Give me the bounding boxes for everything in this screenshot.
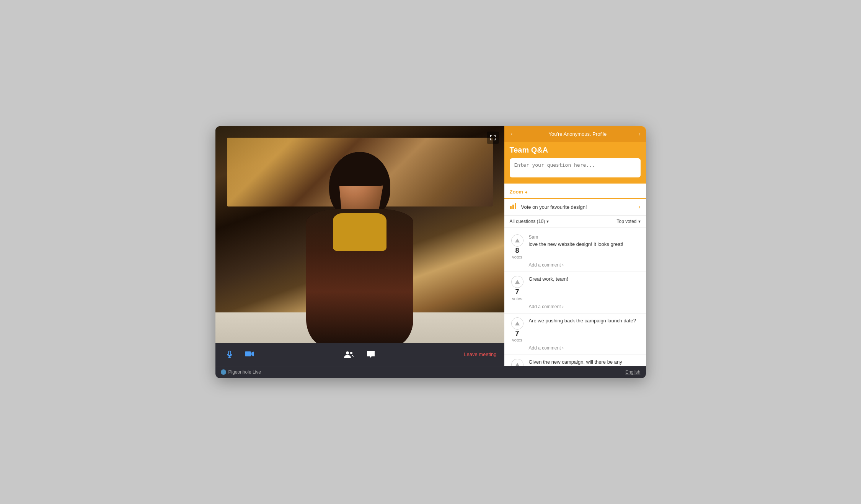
participants-button[interactable] bbox=[342, 348, 356, 361]
question-text: Given the new campaign, will there be an… bbox=[529, 359, 641, 366]
vote-section: 8 votes bbox=[510, 234, 525, 260]
mic-button[interactable] bbox=[223, 348, 236, 361]
qa-sidebar: ← You're Anonymous. Profile › Team Q&A Z… bbox=[504, 126, 646, 366]
svg-marker-9 bbox=[515, 322, 520, 325]
question-text: Great work, team! bbox=[529, 276, 641, 283]
question-item: 8 votes Sam love the new website design!… bbox=[504, 231, 646, 272]
expand-button[interactable] bbox=[487, 132, 499, 144]
vote-section: 7 votes bbox=[510, 317, 525, 343]
add-comment-button[interactable]: Add a comment › bbox=[529, 345, 641, 351]
language-selector[interactable]: English bbox=[625, 369, 640, 375]
question-top: Given the new campaign, will there be an… bbox=[510, 359, 641, 366]
svg-marker-7 bbox=[515, 239, 520, 242]
vote-label: votes bbox=[512, 338, 522, 342]
video-panel: Leave meeting bbox=[215, 126, 504, 366]
upvote-button[interactable] bbox=[511, 317, 523, 330]
upvote-button[interactable] bbox=[511, 359, 523, 366]
add-comment-button[interactable]: Add a comment › bbox=[529, 304, 641, 309]
poll-text: Vote on your favourite design! bbox=[521, 204, 587, 210]
question-text: love the new website design! it looks gr… bbox=[529, 241, 641, 248]
question-top: 7 votes Are we pushing back the campaign… bbox=[510, 317, 641, 343]
zoom-filter-tab[interactable]: Zoom ⬥ bbox=[510, 187, 528, 199]
vote-count: 7 bbox=[515, 330, 519, 338]
top-voted-dropdown[interactable]: Top voted ▾ bbox=[616, 219, 640, 224]
questions-controls: All questions (10) ▾ Top voted ▾ bbox=[504, 216, 646, 228]
all-questions-dropdown[interactable]: All questions (10) ▾ bbox=[510, 219, 549, 224]
question-content: Great work, team! bbox=[529, 276, 641, 283]
center-controls bbox=[342, 348, 378, 361]
brand-name: Pigeonhole Live bbox=[228, 369, 261, 375]
vote-section: 7 votes bbox=[510, 276, 525, 301]
question-author: Sam bbox=[529, 234, 641, 240]
svg-marker-8 bbox=[515, 280, 520, 284]
svg-rect-4 bbox=[510, 206, 512, 209]
poll-icon bbox=[510, 203, 517, 211]
svg-marker-1 bbox=[251, 351, 254, 356]
camera-button[interactable] bbox=[242, 348, 257, 361]
svg-rect-6 bbox=[515, 203, 516, 209]
add-comment-button[interactable]: Add a comment › bbox=[529, 262, 641, 268]
vote-section bbox=[510, 359, 525, 366]
question-item: 7 votes Are we pushing back the campaign… bbox=[504, 314, 646, 355]
main-content: Leave meeting ← You're Anonymous. Profil… bbox=[215, 126, 646, 366]
leave-meeting-button[interactable]: Leave meeting bbox=[464, 351, 496, 357]
brand-logo bbox=[221, 369, 226, 375]
chat-button[interactable] bbox=[364, 348, 378, 361]
back-button[interactable]: ← bbox=[510, 130, 517, 138]
vote-count: 7 bbox=[515, 288, 519, 296]
svg-point-2 bbox=[346, 351, 349, 354]
qa-header: ← You're Anonymous. Profile › Team Q&A bbox=[504, 126, 646, 184]
vote-label: votes bbox=[512, 296, 522, 301]
poll-arrow-icon: › bbox=[638, 203, 640, 210]
question-item: 7 votes Great work, team! Add a comment … bbox=[504, 272, 646, 314]
vote-label: votes bbox=[512, 255, 522, 259]
svg-rect-0 bbox=[245, 351, 251, 356]
poll-banner[interactable]: Vote on your favourite design! › bbox=[504, 199, 646, 216]
profile-arrow[interactable]: › bbox=[639, 131, 640, 137]
question-top: 7 votes Great work, team! bbox=[510, 276, 641, 301]
upvote-button[interactable] bbox=[511, 276, 523, 288]
question-top: 8 votes Sam love the new website design!… bbox=[510, 234, 641, 260]
vote-count: 8 bbox=[515, 247, 519, 255]
svg-marker-10 bbox=[515, 363, 520, 366]
bottom-bar: Pigeonhole Live English bbox=[215, 366, 646, 378]
question-input[interactable] bbox=[510, 158, 641, 177]
question-text: Are we pushing back the campaign launch … bbox=[529, 317, 641, 324]
upvote-button[interactable] bbox=[511, 234, 523, 247]
video-controls-bar: Leave meeting bbox=[215, 343, 504, 366]
person-figure bbox=[279, 152, 440, 343]
question-content: Given the new campaign, will there be an… bbox=[529, 359, 641, 366]
qa-title: Team Q&A bbox=[510, 146, 641, 154]
svg-rect-5 bbox=[512, 205, 514, 209]
brand: Pigeonhole Live bbox=[221, 369, 261, 375]
qa-title-area: Team Q&A bbox=[504, 142, 646, 184]
person-shirt bbox=[333, 213, 386, 251]
poll-banner-left: Vote on your favourite design! bbox=[510, 203, 587, 211]
video-background bbox=[215, 126, 504, 366]
filter-bar: Zoom ⬥ bbox=[504, 184, 646, 199]
question-content: Sam love the new website design! it look… bbox=[529, 234, 641, 248]
svg-point-3 bbox=[350, 352, 352, 354]
questions-list: 8 votes Sam love the new website design!… bbox=[504, 228, 646, 366]
anonymous-profile-label: You're Anonymous. Profile bbox=[517, 131, 639, 137]
question-content: Are we pushing back the campaign launch … bbox=[529, 317, 641, 324]
app-container: Leave meeting ← You're Anonymous. Profil… bbox=[215, 126, 646, 378]
qa-nav: ← You're Anonymous. Profile › bbox=[504, 126, 646, 142]
question-item: Given the new campaign, will there be an… bbox=[504, 355, 646, 366]
